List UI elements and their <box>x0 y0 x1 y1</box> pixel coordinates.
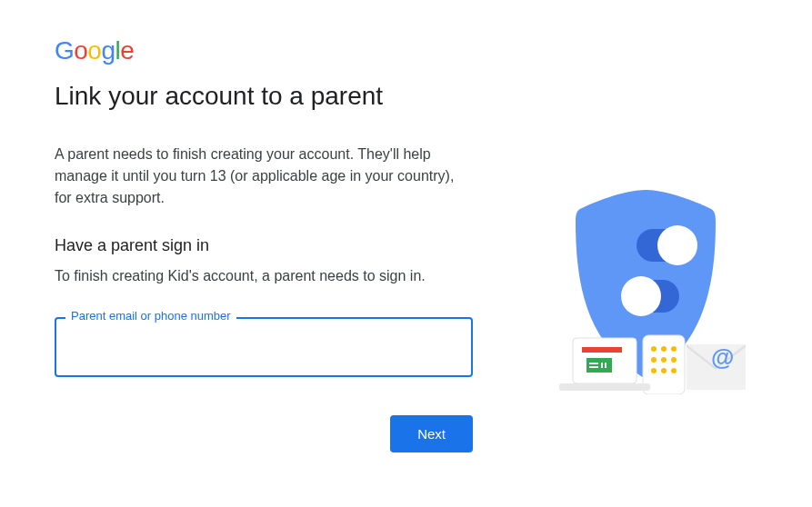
parent-email-field-wrapper: Parent email or phone number <box>55 317 473 377</box>
next-button[interactable]: Next <box>390 415 473 452</box>
svg-point-9 <box>651 357 657 363</box>
svg-rect-20 <box>589 366 598 368</box>
svg-point-6 <box>651 346 657 352</box>
family-link-shield-illustration-icon: @ <box>541 185 750 394</box>
parent-email-input[interactable] <box>55 317 473 377</box>
svg-rect-23 <box>559 383 650 391</box>
svg-point-13 <box>661 368 667 373</box>
page-title: Link your account to a parent <box>55 82 527 111</box>
svg-point-14 <box>671 368 677 373</box>
parent-email-label: Parent email or phone number <box>65 309 236 323</box>
svg-point-7 <box>661 346 667 352</box>
svg-text:@: @ <box>711 343 734 371</box>
svg-rect-18 <box>586 358 612 373</box>
page-description: A parent needs to finish creating your a… <box>55 144 473 209</box>
svg-rect-17 <box>582 347 622 353</box>
svg-point-12 <box>651 368 657 373</box>
svg-rect-22 <box>605 363 606 368</box>
svg-rect-21 <box>601 363 603 368</box>
section-subtext: To finish creating Kid's account, a pare… <box>55 268 527 284</box>
google-logo: Google <box>55 36 527 65</box>
svg-point-11 <box>671 357 677 363</box>
svg-point-10 <box>661 357 667 363</box>
section-heading: Have a parent sign in <box>55 236 527 255</box>
svg-rect-19 <box>589 363 598 364</box>
svg-point-3 <box>621 276 661 316</box>
svg-point-8 <box>671 346 677 352</box>
svg-point-1 <box>657 225 697 265</box>
